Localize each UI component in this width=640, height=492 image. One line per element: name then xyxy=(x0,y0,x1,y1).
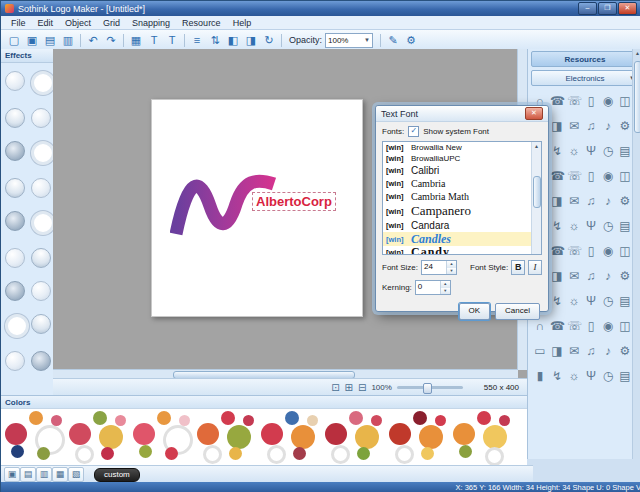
color-dot[interactable] xyxy=(291,425,315,449)
new-document-icon[interactable]: ▢ xyxy=(5,32,23,48)
color-dot[interactable] xyxy=(453,423,475,445)
logo-text[interactable]: AlbertoCorp xyxy=(252,192,336,211)
printer-icon[interactable]: ▤ xyxy=(618,144,632,158)
settings-gear-icon[interactable]: ⚙ xyxy=(402,32,420,48)
menu-file[interactable]: File xyxy=(5,18,32,28)
minimize-button[interactable]: – xyxy=(578,2,597,15)
color-dot[interactable] xyxy=(307,415,318,426)
color-dot[interactable] xyxy=(419,425,443,449)
mobile-icon[interactable]: ▯ xyxy=(584,319,598,333)
color-dot[interactable] xyxy=(435,415,446,426)
color-dot[interactable] xyxy=(227,425,251,449)
handset-icon[interactable]: ☏ xyxy=(567,319,581,333)
color-dot[interactable] xyxy=(499,415,510,426)
camera-icon[interactable]: ◉ xyxy=(601,244,615,258)
mail-icon[interactable]: ✉ xyxy=(567,269,581,283)
fit-page-icon[interactable]: ⊡ xyxy=(331,382,339,393)
effect-swatch[interactable] xyxy=(5,211,25,231)
spin-down-icon[interactable]: ▼ xyxy=(447,268,456,275)
antenna-icon[interactable]: Ψ xyxy=(584,219,598,233)
note-icon[interactable]: ♪ xyxy=(601,119,615,133)
effect-swatch[interactable] xyxy=(5,314,29,338)
printer-icon[interactable]: ▤ xyxy=(618,294,632,308)
open-file-icon[interactable]: ▣ xyxy=(23,32,41,48)
insert-image-icon[interactable]: ▦ xyxy=(127,32,145,48)
battery-icon[interactable]: ▮ xyxy=(533,369,547,383)
custom-palette-button[interactable]: custom xyxy=(94,468,140,482)
insert-text-icon[interactable]: T xyxy=(145,32,163,48)
tv-icon[interactable]: ◫ xyxy=(618,319,632,333)
color-dot[interactable] xyxy=(355,425,379,449)
text-effect-icon[interactable]: T xyxy=(163,32,181,48)
cancel-button[interactable]: Cancel xyxy=(495,303,540,320)
spinner-arrows[interactable]: ▲▼ xyxy=(446,261,456,274)
color-cluster[interactable] xyxy=(451,411,513,463)
music-icon[interactable]: ♫ xyxy=(584,194,598,208)
resources-scrollbar[interactable]: ▲ xyxy=(632,49,640,459)
printer-icon[interactable]: ▤ xyxy=(618,219,632,233)
zoom-slider[interactable] xyxy=(397,386,463,389)
kerning-value[interactable]: 0 xyxy=(416,281,440,294)
mobile-icon[interactable]: ▯ xyxy=(584,169,598,183)
color-dot[interactable] xyxy=(99,425,123,449)
arrange-icon[interactable]: ⇅ xyxy=(206,32,224,48)
music-icon[interactable]: ♫ xyxy=(584,344,598,358)
spin-down-icon[interactable]: ▼ xyxy=(441,288,450,295)
ok-button[interactable]: OK xyxy=(459,303,491,320)
color-dot[interactable] xyxy=(157,411,171,425)
color-dot[interactable] xyxy=(331,445,350,464)
font-list-item[interactable]: [win]Calibri xyxy=(383,164,532,177)
effect-swatch[interactable] xyxy=(31,314,51,334)
effect-swatch[interactable] xyxy=(5,71,25,91)
palette-list-icon[interactable]: ▤ xyxy=(20,467,36,482)
note-icon[interactable]: ♪ xyxy=(601,344,615,358)
color-dot[interactable] xyxy=(203,445,222,464)
show-system-font-checkbox[interactable]: ✓ xyxy=(408,126,419,137)
zoom-in-icon[interactable]: ⊞ xyxy=(345,382,353,393)
flip-horizontal-icon[interactable]: ◧ xyxy=(224,32,242,48)
color-dot[interactable] xyxy=(29,411,43,425)
effect-swatch[interactable] xyxy=(5,248,25,268)
effect-swatch[interactable] xyxy=(5,281,25,301)
effect-swatch[interactable] xyxy=(31,281,51,301)
color-dot[interactable] xyxy=(197,423,219,445)
color-dot[interactable] xyxy=(395,445,414,464)
font-size-value[interactable]: 24 xyxy=(422,261,446,274)
color-dot[interactable] xyxy=(325,423,347,445)
mail-icon[interactable]: ✉ xyxy=(567,344,581,358)
color-dot[interactable] xyxy=(285,411,299,425)
font-list-item[interactable]: [win]Candy xyxy=(383,246,532,254)
power-icon[interactable]: ↯ xyxy=(550,369,564,383)
color-dot[interactable] xyxy=(133,423,155,445)
color-dot[interactable] xyxy=(221,411,235,425)
color-dot[interactable] xyxy=(477,411,491,425)
note-icon[interactable]: ♪ xyxy=(601,269,615,283)
tv-icon[interactable]: ◫ xyxy=(618,244,632,258)
music-icon[interactable]: ♫ xyxy=(584,269,598,283)
phone-icon[interactable]: ☎ xyxy=(550,319,564,333)
menu-edit[interactable]: Edit xyxy=(32,18,60,28)
color-dot[interactable] xyxy=(115,415,126,426)
clock-icon[interactable]: ◷ xyxy=(601,144,615,158)
color-dot[interactable] xyxy=(11,445,24,458)
effect-swatch[interactable] xyxy=(31,141,55,165)
speaker-icon[interactable]: ◨ xyxy=(550,194,564,208)
camera-icon[interactable]: ◉ xyxy=(601,94,615,108)
palette-shuffle-icon[interactable]: ▦ xyxy=(52,467,68,482)
power-icon[interactable]: ↯ xyxy=(550,294,564,308)
color-dot[interactable] xyxy=(101,447,114,460)
color-dot[interactable] xyxy=(267,445,286,464)
handset-icon[interactable]: ☏ xyxy=(567,244,581,258)
font-list-scrollbar[interactable]: ▲ xyxy=(531,142,541,254)
clock-icon[interactable]: ◷ xyxy=(601,369,615,383)
menu-resource[interactable]: Resource xyxy=(176,18,227,28)
effect-swatch[interactable] xyxy=(31,248,51,268)
note-icon[interactable]: ♪ xyxy=(601,194,615,208)
effect-swatch[interactable] xyxy=(31,211,55,235)
camera-icon[interactable]: ◉ xyxy=(601,319,615,333)
effect-swatch[interactable] xyxy=(31,108,51,128)
color-dot[interactable] xyxy=(93,411,107,425)
color-dot[interactable] xyxy=(357,447,370,460)
printer-icon[interactable]: ▤ xyxy=(618,369,632,383)
color-dot[interactable] xyxy=(179,415,190,426)
